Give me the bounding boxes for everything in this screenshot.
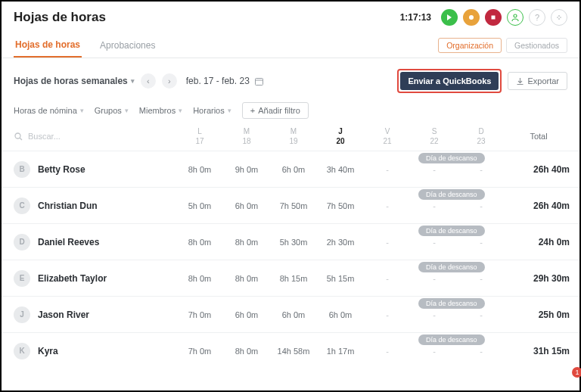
time-cell[interactable]: 6h 0m [317, 297, 364, 332]
time-cell[interactable]: 6h 0m [223, 188, 270, 223]
time-cell[interactable]: - [364, 224, 411, 260]
filter-groups[interactable]: Grupos▾ [95, 106, 129, 115]
tab-approvals[interactable]: Aprobaciones [98, 34, 157, 57]
time-cell[interactable]: 7h 0m [176, 333, 223, 369]
total-cell: 31h 15m [505, 333, 573, 369]
avatar: C [14, 198, 30, 214]
add-filter-button[interactable]: + Añadir filtro [242, 102, 309, 119]
export-label: Exportar [527, 76, 559, 86]
next-week-button[interactable]: › [162, 73, 177, 89]
play-icon[interactable] [441, 9, 458, 26]
send-quickbooks-button[interactable]: Enviar a QuickBooks [400, 72, 499, 90]
time-cell[interactable]: 8h 0m [176, 260, 223, 296]
avatar: E [14, 270, 30, 287]
calendar-icon[interactable] [254, 76, 264, 86]
table-row[interactable]: DDaniel Reeves8h 0m8h 0m5h 30m2h 30m---2… [2, 223, 579, 260]
member-name: Christian Dun [38, 201, 98, 211]
total-header: Total [505, 126, 573, 146]
time-cell[interactable]: 7h 0m [176, 297, 223, 332]
search-input[interactable] [28, 132, 126, 141]
rest-day-pill: Día de descanso [418, 153, 485, 163]
time-cell[interactable]: 2h 30m [317, 224, 364, 260]
table-row[interactable]: CChristian Dun5h 0m6h 0m7h 50m7h 50m---2… [2, 187, 579, 223]
day-header: S22 [411, 126, 458, 146]
time-cell[interactable]: 8h 0m [223, 260, 270, 296]
export-button[interactable]: Exportar [508, 72, 567, 90]
svg-line-6 [20, 138, 22, 140]
day-header: V21 [364, 126, 411, 146]
day-header: L17 [176, 126, 223, 146]
rest-day-pill: Día de descanso [418, 226, 485, 236]
table-row[interactable]: KKyra7h 0m8h 0m14h 58m1h 17m---31h 15mDí… [2, 332, 579, 369]
help-icon[interactable]: ? [529, 9, 545, 26]
search-icon [14, 132, 23, 142]
total-cell: 26h 40m [505, 188, 573, 223]
time-cell[interactable]: 8h 0m [223, 224, 270, 260]
page-title: Hojas de horas [14, 10, 106, 25]
tab-timesheets[interactable]: Hojas de horas [14, 33, 82, 58]
time-cell[interactable]: 6h 0m [270, 297, 317, 332]
time-cell[interactable]: - [364, 151, 411, 187]
pause-icon[interactable] [463, 9, 480, 26]
member-name: Elizabeth Taylor [38, 273, 107, 284]
filter-payroll[interactable]: Horas de nómina▾ [14, 106, 84, 115]
time-cell[interactable]: 5h 30m [270, 224, 317, 260]
prev-week-button[interactable]: ‹ [141, 73, 156, 89]
total-cell: 25h 0m [505, 297, 573, 332]
rest-day-pill: Día de descanso [418, 189, 485, 200]
time-cell[interactable]: 7h 50m [317, 188, 364, 223]
table-row[interactable]: BBetty Rose8h 0m9h 0m6h 0m3h 40m---26h 4… [2, 151, 579, 187]
avatar: K [14, 343, 30, 359]
member-name: Jason River [38, 310, 89, 320]
svg-rect-1 [492, 16, 496, 20]
time-cell[interactable]: 8h 15m [270, 260, 317, 296]
chip-organization[interactable]: Organización [438, 38, 502, 53]
time-cell[interactable]: 5h 0m [176, 188, 223, 223]
view-dropdown-label: Hojas de horas semanales [14, 76, 128, 86]
chevron-down-icon: ▾ [179, 107, 182, 114]
avatar: B [14, 161, 30, 178]
chevron-down-icon: ▾ [131, 77, 135, 85]
day-header: M19 [270, 126, 317, 146]
time-cell[interactable]: 6h 0m [270, 151, 317, 187]
rest-day-pill: Día de descanso [418, 334, 485, 345]
filter-schedules[interactable]: Horarios▾ [193, 106, 231, 115]
notification-badge[interactable]: 1 [572, 367, 581, 378]
rest-day-pill: Día de descanso [418, 262, 485, 272]
table-row[interactable]: JJason River7h 0m6h 0m6h 0m6h 0m---25h 0… [2, 296, 579, 332]
time-cell[interactable]: 8h 0m [176, 151, 223, 187]
plus-icon: + [250, 106, 255, 115]
time-cell[interactable]: - [364, 333, 411, 369]
time-cell[interactable]: 8h 0m [176, 224, 223, 260]
time-cell[interactable]: 3h 40m [317, 151, 364, 187]
svg-rect-3 [255, 78, 263, 85]
total-cell: 29h 30m [505, 260, 573, 296]
time-cell[interactable]: - [364, 297, 411, 332]
chevron-down-icon: ▾ [80, 107, 84, 114]
total-cell: 24h 0m [505, 224, 573, 260]
filter-members[interactable]: Miembros▾ [139, 106, 182, 115]
user-icon[interactable] [507, 9, 524, 26]
time-cell[interactable]: 6h 0m [223, 297, 270, 332]
stop-icon[interactable] [485, 9, 502, 26]
date-range-label: feb. 17 - feb. 23 [186, 76, 250, 86]
view-dropdown[interactable]: Hojas de horas semanales ▾ [14, 76, 135, 86]
settings-icon[interactable] [551, 9, 567, 26]
time-cell[interactable]: 5h 15m [317, 260, 364, 296]
day-header: M18 [223, 126, 270, 146]
day-header: J20 [317, 126, 364, 146]
chip-managed[interactable]: Gestionados [506, 38, 567, 53]
chevron-down-icon: ▾ [228, 107, 231, 114]
time-cell[interactable]: 7h 50m [270, 188, 317, 223]
member-name: Kyra [38, 346, 58, 356]
time-cell[interactable]: 9h 0m [223, 151, 270, 187]
time-cell[interactable]: - [364, 188, 411, 223]
time-cell[interactable]: 8h 0m [223, 333, 270, 369]
time-cell[interactable]: - [364, 260, 411, 296]
rest-day-pill: Día de descanso [418, 298, 485, 309]
table-row[interactable]: EElizabeth Taylor8h 0m8h 0m8h 15m5h 15m-… [2, 260, 579, 296]
time-cell[interactable]: 14h 58m [270, 333, 317, 369]
download-icon [516, 77, 524, 86]
time-cell[interactable]: 1h 17m [317, 333, 364, 369]
quickbooks-highlight: Enviar a QuickBooks [397, 69, 502, 93]
